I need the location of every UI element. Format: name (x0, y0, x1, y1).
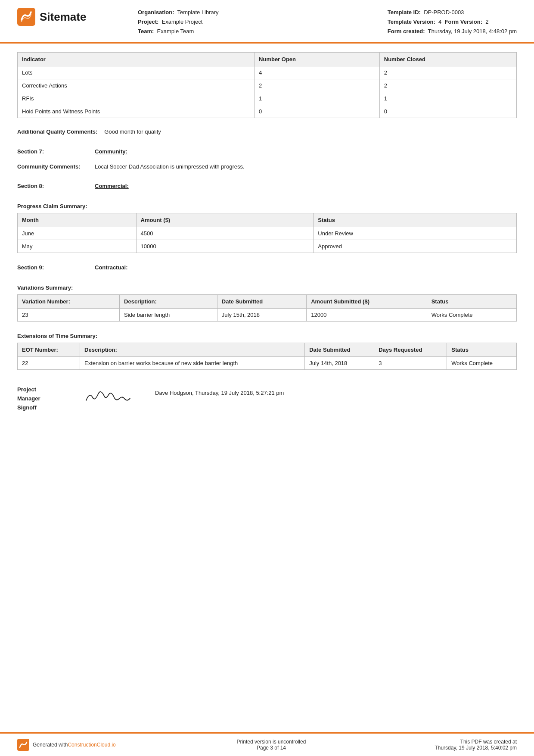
eot-title: Extensions of Time Summary: (17, 333, 517, 339)
additional-quality-row: Additional Quality Comments: Good month … (17, 128, 517, 136)
team-label: Team: (138, 28, 154, 34)
footer-generated-text: Generated with (33, 742, 68, 748)
month-col-header: Month (18, 213, 137, 227)
var-date-col-header: Date Submitted (217, 295, 306, 309)
template-id-line: Template ID: DP-PROD-0003 (388, 8, 517, 17)
indicator-cell: Lots (18, 66, 255, 79)
section7-heading: Section 7: Community: (17, 148, 517, 155)
eot-days-col-header: Days Requested (374, 343, 447, 357)
closed-cell: 2 (379, 66, 516, 79)
var-amount-cell: 12000 (307, 309, 427, 322)
eot-desc-col-header: Description: (80, 343, 305, 357)
table-row: Corrective Actions 2 2 (18, 79, 517, 92)
signoff-row: Project Manager Signoff Dave Hodgson, Th… (17, 385, 517, 412)
section8-heading: Section 8: Commercial: (17, 183, 517, 189)
table-row: RFIs 1 1 (18, 92, 517, 105)
community-comments-label: Community Comments: (17, 162, 95, 171)
section7-title: Community: (95, 148, 127, 155)
indicator-col-header: Indicator (18, 53, 255, 66)
number-open-col-header: Number Open (255, 53, 380, 66)
form-created-label: Form created: (388, 28, 425, 34)
open-cell: 1 (255, 92, 380, 105)
org-line: Organisation: Template Library (138, 8, 388, 17)
var-desc-cell: Side barrier length (120, 309, 217, 322)
indicator-cell: Hold Points and Witness Points (18, 105, 255, 118)
month-cell: June (18, 227, 137, 240)
eot-status-cell: Works Complete (447, 357, 517, 370)
logo-text: Sitemate (40, 10, 86, 24)
table-row: May 10000 Approved (18, 240, 517, 253)
footer-right-line2: Thursday, 19 July 2018, 5:40:02 pm (396, 745, 517, 751)
team-value: Example Team (157, 28, 194, 34)
section8-label: Section 8: (17, 183, 95, 189)
status-cell: Under Review (314, 227, 517, 240)
project-value: Example Project (162, 19, 203, 25)
eot-date-col-header: Date Submitted (305, 343, 374, 357)
footer-link[interactable]: ConstructionCloud.io (68, 742, 115, 748)
eot-date-cell: July 14th, 2018 (305, 357, 374, 370)
footer-right: This PDF was created at Thursday, 19 Jul… (396, 739, 517, 751)
variations-table: Variation Number: Description: Date Subm… (17, 294, 517, 322)
sitemate-logo-icon (17, 8, 35, 26)
header-meta-right: Template ID: DP-PROD-0003 Template Versi… (388, 8, 517, 36)
form-version-label: Form Version: (445, 19, 482, 25)
footer-center: Printed version is uncontrolled Page 3 o… (146, 739, 396, 751)
eot-num-col-header: EOT Number: (18, 343, 80, 357)
section8-title: Commercial: (95, 183, 129, 189)
status-col-header: Status (314, 213, 517, 227)
signoff-label-line2: Manager (17, 395, 40, 402)
status-cell: Approved (314, 240, 517, 253)
header-meta-left: Organisation: Template Library Project: … (121, 8, 388, 36)
table-row: June 4500 Under Review (18, 227, 517, 240)
template-version-line: Template Version: 4 Form Version: 2 (388, 17, 517, 27)
progress-claim-table: Month Amount ($) Status June 4500 Under … (17, 213, 517, 253)
open-cell: 4 (255, 66, 380, 79)
footer-right-line1: This PDF was created at (396, 739, 517, 745)
amount-col-header: Amount ($) (136, 213, 314, 227)
eot-num-cell: 22 (18, 357, 80, 370)
page-header: Sitemate Organisation: Template Library … (0, 0, 534, 44)
template-id-value: DP-PROD-0003 (424, 9, 464, 16)
signoff-label: Project Manager Signoff (17, 385, 69, 412)
form-created-line: Form created: Thursday, 19 July 2018, 4:… (388, 27, 517, 36)
org-label: Organisation: (138, 9, 174, 16)
var-status-col-header: Status (427, 295, 516, 309)
var-amount-col-header: Amount Submitted ($) (307, 295, 427, 309)
amount-cell: 4500 (136, 227, 314, 240)
section9-title: Contractual: (95, 264, 128, 271)
eot-desc-cell: Extension on barrier works because of ne… (80, 357, 305, 370)
eot-table: EOT Number: Description: Date Submitted … (17, 343, 517, 370)
var-status-cell: Works Complete (427, 309, 516, 322)
project-line: Project: Example Project (138, 17, 388, 27)
template-version-value: 4 (438, 19, 441, 25)
var-date-cell: July 15th, 2018 (217, 309, 306, 322)
signoff-date: Dave Hodgson, Thursday, 19 July 2018, 5:… (155, 385, 284, 401)
template-id-label: Template ID: (388, 9, 421, 16)
svg-rect-0 (17, 8, 35, 26)
template-version-label: Template Version: (388, 19, 435, 25)
table-row: Lots 4 2 (18, 66, 517, 79)
project-label: Project: (138, 19, 158, 25)
var-desc-col-header: Description: (120, 295, 217, 309)
community-comments-row: Community Comments: Local Soccer Dad Ass… (17, 162, 517, 171)
open-cell: 2 (255, 79, 380, 92)
indicator-table: Indicator Number Open Number Closed Lots… (17, 52, 517, 118)
additional-quality-label: Additional Quality Comments: (17, 128, 104, 136)
eot-days-cell: 3 (374, 357, 447, 370)
closed-cell: 1 (379, 92, 516, 105)
signoff-signature (82, 385, 142, 408)
footer-page-number: Page 3 of 14 (146, 745, 396, 751)
signoff-label-line3: Signoff (17, 404, 37, 411)
var-num-cell: 23 (18, 309, 120, 322)
month-cell: May (18, 240, 137, 253)
table-row: 23 Side barrier length July 15th, 2018 1… (18, 309, 517, 322)
page-footer: Generated with ConstructionCloud.io Prin… (0, 732, 534, 756)
footer-left: Generated with ConstructionCloud.io (17, 739, 146, 751)
additional-quality-value: Good month for quality (104, 128, 517, 136)
footer-logo-icon (17, 739, 29, 751)
table-row: Hold Points and Witness Points 0 0 (18, 105, 517, 118)
section7-label: Section 7: (17, 148, 95, 155)
closed-cell: 0 (379, 105, 516, 118)
indicator-cell: RFIs (18, 92, 255, 105)
org-value: Template Library (177, 9, 219, 16)
